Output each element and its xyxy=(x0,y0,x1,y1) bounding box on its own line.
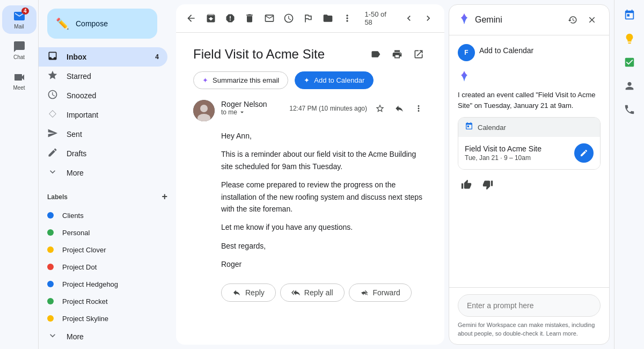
gemini-user-text: Add to Calendar xyxy=(479,44,533,55)
nav-item-snoozed[interactable]: Snoozed xyxy=(39,86,167,105)
label-name-project-skyline: Project Skyline xyxy=(62,315,108,323)
nav-item-drafts[interactable]: Drafts xyxy=(39,144,167,163)
right-rail-calendar[interactable] xyxy=(619,4,640,26)
gemini-panel: Gemini F Add to Calendar xyxy=(449,4,610,345)
label-item-clients[interactable]: Clients xyxy=(39,207,167,224)
label-name-project-dot: Project Dot xyxy=(62,263,97,271)
nav-item-inbox[interactable]: Inbox 4 xyxy=(39,47,167,67)
gemini-prompt-input[interactable] xyxy=(458,294,601,317)
reply-actions: Reply Reply all Forward xyxy=(221,283,427,302)
email-content-area: 1-50 of 58 Field Visit to Acme Site xyxy=(176,4,444,345)
add-label-button[interactable]: + xyxy=(162,191,167,202)
star-button[interactable] xyxy=(371,100,389,117)
body-line-4: Best regards, xyxy=(221,240,427,252)
label-item-project-skyline[interactable]: Project Skyline xyxy=(39,310,167,327)
nav-item-important[interactable]: Important xyxy=(39,105,167,125)
more-message-button[interactable] xyxy=(410,100,427,117)
reply-button[interactable]: Reply xyxy=(221,283,276,302)
reply-quick-button[interactable] xyxy=(391,100,408,117)
gemini-user-message: F Add to Calendar xyxy=(458,44,601,61)
prev-page-button[interactable] xyxy=(399,9,419,28)
move-to-button[interactable] xyxy=(319,9,336,28)
important-label: Important xyxy=(67,111,159,119)
nav-item-starred[interactable]: Starred xyxy=(39,67,167,86)
label-name-project-rocket: Project Rocket xyxy=(62,297,108,306)
summarize-button[interactable]: ✦ Summarize this email xyxy=(193,71,288,89)
gemini-response: I created an event called "Field Visit t… xyxy=(458,70,601,193)
calendar-card-header: Calendar xyxy=(458,118,600,137)
right-rail-keep[interactable] xyxy=(619,28,640,49)
delete-button[interactable] xyxy=(241,9,258,28)
meet-icon xyxy=(13,71,26,84)
archive-button[interactable] xyxy=(202,9,219,28)
label-item-project-rocket[interactable]: Project Rocket xyxy=(39,293,167,310)
app-item-mail[interactable]: 4 Mail xyxy=(2,5,36,34)
forward-button[interactable]: Forward xyxy=(349,283,412,302)
drafts-icon xyxy=(47,147,58,161)
calendar-section-icon xyxy=(465,122,473,133)
print-button[interactable] xyxy=(389,46,406,63)
inbox-icon xyxy=(47,50,58,64)
gemini-logo xyxy=(458,12,471,28)
right-rail-contacts[interactable] xyxy=(619,75,640,97)
compose-button[interactable]: ✏️ Compose xyxy=(47,9,157,39)
mail-label: Mail xyxy=(14,24,24,30)
snooze-button[interactable] xyxy=(280,9,297,28)
gemini-header: Gemini xyxy=(449,5,609,35)
reply-all-button[interactable]: Reply all xyxy=(280,283,345,302)
ai-action-bar: ✦ Summarize this email ✦ Add to Calendar xyxy=(193,71,427,89)
calendar-event-time: Tue, Jan 21 · 9 – 10am xyxy=(465,154,541,162)
label-name-project-clover: Project Clover xyxy=(62,246,106,254)
label-item-project-hedgehog[interactable]: Project Hedgehog xyxy=(39,275,167,293)
sender-avatar xyxy=(193,100,215,121)
label-item-project-dot[interactable]: Project Dot xyxy=(39,258,167,275)
thumbs-down-button[interactable] xyxy=(479,176,496,193)
body-line-0: Hey Ann, xyxy=(221,130,427,142)
body-line-2: Please come prepared to review the progr… xyxy=(221,179,427,215)
app-item-chat[interactable]: Chat xyxy=(2,36,36,64)
nav-item-sent[interactable]: Sent xyxy=(39,125,167,144)
app-item-meet[interactable]: Meet xyxy=(2,67,36,95)
label-button[interactable] xyxy=(367,46,384,63)
gemini-response-text: I created an event called "Field Visit t… xyxy=(458,90,601,111)
labels-more-icon xyxy=(47,330,58,344)
compose-icon: ✏️ xyxy=(56,17,69,30)
right-rail-phone[interactable] xyxy=(619,99,640,120)
gemini-history-button[interactable] xyxy=(564,11,581,28)
nav-item-more[interactable]: More xyxy=(39,163,167,183)
next-page-button[interactable] xyxy=(419,9,438,28)
open-in-new-button[interactable] xyxy=(410,46,427,63)
drafts-label: Drafts xyxy=(67,149,159,158)
forward-label: Forward xyxy=(373,288,400,297)
snoozed-label: Snoozed xyxy=(67,91,159,100)
nav-item-labels-more[interactable]: More xyxy=(39,327,167,346)
labels-heading: Labels xyxy=(47,193,68,201)
sent-icon xyxy=(47,128,58,141)
report-spam-button[interactable] xyxy=(222,9,239,28)
right-rail-tasks[interactable] xyxy=(619,52,640,73)
label-item-project-clover[interactable]: Project Clover xyxy=(39,241,167,258)
message-actions xyxy=(371,100,427,117)
label-name-clients: Clients xyxy=(62,212,84,220)
calendar-star-icon: ✦ xyxy=(304,76,310,84)
snoozed-icon xyxy=(47,89,58,103)
gemini-close-button[interactable] xyxy=(583,11,601,28)
meet-label: Meet xyxy=(13,85,25,91)
back-button[interactable] xyxy=(182,9,200,28)
mark-as-button[interactable] xyxy=(261,9,278,28)
message-time: 12:47 PM (10 minutes ago) xyxy=(289,100,427,117)
add-to-tasks-button[interactable] xyxy=(299,9,317,28)
email-subject-row: Field Visit to Acme Site xyxy=(193,46,427,63)
more-options-button[interactable] xyxy=(339,9,356,28)
label-dot-project-hedgehog xyxy=(47,281,54,287)
more-label: More xyxy=(67,169,159,177)
body-line-5: Roger xyxy=(221,258,427,270)
thumbs-up-button[interactable] xyxy=(458,176,475,193)
add-to-calendar-button[interactable]: ✦ Add to Calendar xyxy=(295,71,374,89)
page-info: 1-50 of 58 xyxy=(364,10,393,26)
edit-event-button[interactable] xyxy=(574,143,594,163)
chat-icon xyxy=(13,40,26,53)
summarize-star-icon: ✦ xyxy=(202,76,208,84)
sender-info: Roger Nelson to me xyxy=(221,100,283,116)
label-item-personal[interactable]: Personal xyxy=(39,224,167,241)
